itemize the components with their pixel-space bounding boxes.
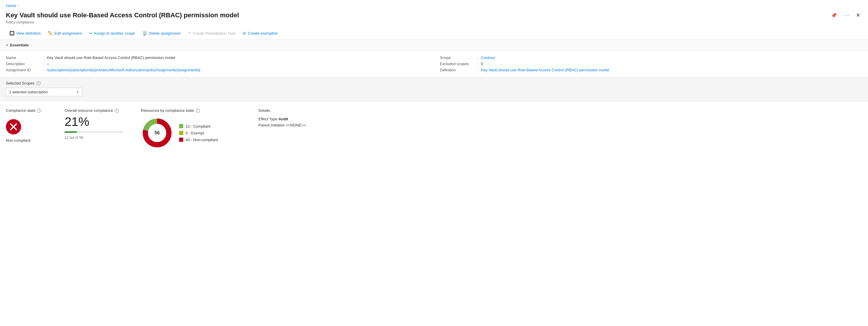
scope-dropdown[interactable]: 1 selected subscription ∨ <box>6 88 82 96</box>
essentials-row-description: Description : -- <box>6 61 428 67</box>
close-icon: ✕ <box>856 12 860 18</box>
compliance-state-block: Compliance state i Non-compliant <box>6 108 47 142</box>
donut-title: Resources by compliance state i <box>141 108 241 113</box>
essentials-label-name: Name <box>6 56 41 60</box>
toolbar: 🔲 View definition ✏️ Edit assignment ↪ A… <box>0 27 868 40</box>
scopes-section: Selected Scopes i 1 selected subscriptio… <box>0 77 868 101</box>
create-remediation-label: Create Remediation Task <box>193 31 236 35</box>
page-subtitle: Policy compliance <box>6 20 862 24</box>
breadcrumb: Home › <box>0 0 868 10</box>
legend-noncompliant-label: 44 - Non-compliant <box>186 138 218 142</box>
details-parent-initiative: Parent Initiative <<NONE>> <box>258 123 335 127</box>
overall-compliance-title: Overall resource compliance i <box>65 108 123 113</box>
remediation-icon: ↗ <box>187 31 191 35</box>
details-parent-initiative-value: <<NONE>> <box>286 123 306 127</box>
legend-noncompliant: 44 - Non-compliant <box>179 138 218 142</box>
essentials-value-excluded-scopes: 0 <box>481 62 483 66</box>
scopes-label: Selected Scopes i <box>6 81 862 86</box>
scopes-label-text: Selected Scopes <box>6 81 35 86</box>
essentials-label-assignment-id: Assignment ID <box>6 68 41 72</box>
assign-to-scope-button[interactable]: ↪ Assign to another scope <box>85 29 138 37</box>
edit-assignment-label: Edit assignment <box>55 31 82 35</box>
legend-compliant-color <box>179 124 183 128</box>
metrics-section: Compliance state i Non-compliant Overall… <box>0 101 868 156</box>
more-button[interactable]: ··· <box>842 11 851 20</box>
page-title: Key Vault should use Role-Based Access C… <box>6 11 826 19</box>
overall-compliance-label: Overall resource compliance <box>65 108 113 113</box>
overall-compliance-percentage: 21% <box>65 116 123 128</box>
create-exemption-label: Create exemption <box>248 31 278 35</box>
legend-exempt: 0 - Exempt <box>179 131 218 135</box>
essentials-row-name: Name : Key Vault should use Role-Based A… <box>6 55 428 61</box>
overall-compliance-info-icon: i <box>115 108 119 113</box>
donut-label: Resources by compliance state <box>141 108 194 113</box>
donut-chart: 56 <box>141 117 173 149</box>
essentials-row-assignment-id: Assignment ID : /subscriptions/{subscrip… <box>6 67 428 73</box>
essentials-left: Name : Key Vault should use Role-Based A… <box>6 55 428 73</box>
legend-compliant: 12 - Compliant <box>179 124 218 129</box>
compliance-state-title: Compliance state i <box>6 108 47 113</box>
compliance-bar-fill <box>65 131 77 133</box>
create-exemption-button[interactable]: ⊘ Create exemption <box>239 29 282 37</box>
view-definition-button[interactable]: 🔲 View definition <box>6 29 44 37</box>
view-definition-label: View definition <box>16 31 41 35</box>
essentials-label-definition: Definition <box>440 68 475 72</box>
details-title: Details <box>258 108 335 113</box>
essentials-value-description: -- <box>47 62 50 66</box>
essentials-header[interactable]: ∧ Essentials <box>0 40 868 51</box>
essentials-label-scope: Scope <box>440 56 475 60</box>
donut-legend: 12 - Compliant 0 - Exempt 44 - Non-compl… <box>179 124 218 142</box>
delete-assignment-button[interactable]: 🗑️ Delete assignment <box>138 29 184 37</box>
compliance-bar <box>65 131 123 133</box>
create-remediation-button[interactable]: ↗ Create Remediation Task <box>184 29 239 37</box>
details-effect-type: Effect Type Audit <box>258 117 335 121</box>
essentials-label-description: Description <box>6 62 41 66</box>
delete-icon: 🗑️ <box>142 31 147 35</box>
scope-dropdown-value: 1 selected subscription <box>9 90 48 94</box>
donut-chart-area: 56 12 - Compliant 0 - Exempt 44 - Non-co… <box>141 117 241 149</box>
essentials-value-scope[interactable]: Contoso <box>481 56 495 60</box>
details-block: Details Effect Type Audit Parent Initiat… <box>258 108 335 127</box>
details-label: Details <box>258 108 270 113</box>
donut-block: Resources by compliance state i 56 <box>141 108 241 149</box>
essentials-value-assignment-id[interactable]: /subscriptions/{subscriptionId}/provider… <box>47 68 200 72</box>
compliance-state-status: Non-compliant <box>6 138 47 142</box>
essentials-row-definition: Definition : Key Vault should use Role-B… <box>440 67 862 73</box>
essentials-row-excluded-scopes: Excluded scopes : 0 <box>440 61 862 67</box>
essentials-value-name: Key Vault should use Role-Based Access C… <box>47 56 175 60</box>
details-parent-initiative-label: Parent Initiative <box>258 123 285 127</box>
legend-exempt-color <box>179 131 183 135</box>
essentials-body: Name : Key Vault should use Role-Based A… <box>0 51 868 77</box>
pin-button[interactable]: 📌 <box>829 11 839 20</box>
details-body: Effect Type Audit Parent Initiative <<NO… <box>258 117 335 127</box>
legend-noncompliant-color <box>179 138 183 142</box>
essentials-value-definition[interactable]: Key Vault should use Role-Based Access C… <box>481 68 609 72</box>
view-definition-icon: 🔲 <box>9 31 14 35</box>
essentials-label-excluded-scopes: Excluded scopes <box>440 62 475 66</box>
dropdown-arrow-icon: ∨ <box>76 90 79 94</box>
more-icon: ··· <box>843 12 849 18</box>
compliance-state-label: Compliance state <box>6 108 35 113</box>
assign-scope-icon: ↪ <box>89 31 92 35</box>
breadcrumb-separator: › <box>18 3 19 8</box>
details-effect-type-value: Audit <box>278 117 288 121</box>
pin-icon: 📌 <box>831 13 837 18</box>
legend-compliant-label: 12 - Compliant <box>186 124 211 129</box>
overall-compliance-block: Overall resource compliance i 21% 12 out… <box>65 108 123 140</box>
overall-compliance-detail: 12 out of 56 <box>65 136 123 140</box>
scopes-info-icon: i <box>36 81 40 86</box>
legend-exempt-label: 0 - Exempt <box>186 131 204 135</box>
exemption-icon: ⊘ <box>243 31 246 35</box>
delete-assignment-label: Delete assignment <box>149 31 181 35</box>
details-effect-type-label: Effect Type <box>258 117 278 121</box>
edit-assignment-button[interactable]: ✏️ Edit assignment <box>44 29 86 37</box>
essentials-row-scope: Scope : Contoso <box>440 55 862 61</box>
close-button[interactable]: ✕ <box>854 11 862 20</box>
breadcrumb-home[interactable]: Home <box>6 3 16 8</box>
page-header: Key Vault should use Role-Based Access C… <box>0 10 868 27</box>
donut-info-icon: i <box>196 108 200 113</box>
assign-to-scope-label: Assign to another scope <box>94 31 135 35</box>
compliance-bar-container <box>65 131 123 133</box>
svg-text:56: 56 <box>154 130 160 135</box>
essentials-right: Scope : Contoso Excluded scopes : 0 Defi… <box>440 55 862 73</box>
